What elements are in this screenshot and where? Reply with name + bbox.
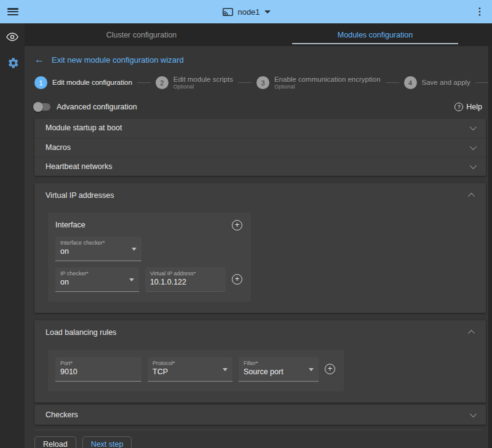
panel-virtual-ip-header[interactable]: Virtual IP addresses xyxy=(34,183,486,208)
monitor-eye-icon[interactable] xyxy=(6,31,18,43)
step-connector xyxy=(137,82,151,83)
step-connector xyxy=(475,82,489,83)
reload-button[interactable]: Reload xyxy=(34,436,76,448)
node-name: node1 xyxy=(237,7,260,17)
panel-checkers: Checkers xyxy=(34,405,486,425)
ip-checker-select[interactable]: IP checker* on xyxy=(55,267,139,292)
menu-icon[interactable] xyxy=(7,8,18,15)
app-window: node1 ⋮ Cluster configuration Modules co… xyxy=(0,0,492,448)
tab-modules-configuration[interactable]: Modules configuration xyxy=(258,23,492,46)
load-balancing-group: Port* Protocol* TCP Filter* xyxy=(48,350,344,391)
interface-checker-select[interactable]: Interface checker* on xyxy=(55,237,141,261)
protocol-select[interactable]: Protocol* TCP xyxy=(148,357,232,382)
step-connector xyxy=(386,82,399,83)
wizard-content: ← Exit new module configuration wizard 1… xyxy=(25,46,492,448)
next-step-button[interactable]: Next step xyxy=(82,436,132,448)
port-input[interactable] xyxy=(60,367,137,376)
accordion-group: Module startup at boot Macros Heartbeat … xyxy=(34,119,486,176)
virtual-ip-address-input[interactable] xyxy=(150,278,221,286)
advanced-config-row: Advanced configuration ? Help xyxy=(25,96,492,119)
tab-cluster-configuration[interactable]: Cluster configuration xyxy=(25,23,258,46)
node-selector[interactable]: node1 xyxy=(18,7,475,17)
app-bar: node1 ⋮ xyxy=(0,0,492,23)
panel-module-startup[interactable]: Module startup at boot xyxy=(34,119,486,138)
interface-group-title: Interface xyxy=(55,221,232,229)
virtual-ip-address-field[interactable]: Virtual IP address* xyxy=(145,267,226,292)
exit-wizard-label: Exit new module configuration wizard xyxy=(52,55,184,65)
chevron-down-icon xyxy=(264,10,271,14)
tab-indicator xyxy=(292,43,458,44)
port-field[interactable]: Port* xyxy=(55,357,141,382)
cast-icon xyxy=(223,8,233,16)
panel-load-balancing-header[interactable]: Load balancing rules xyxy=(34,320,486,345)
panel-checkers-header[interactable]: Checkers xyxy=(34,405,486,425)
left-rail xyxy=(0,23,25,448)
add-virtual-ip-button[interactable]: + xyxy=(232,274,242,285)
panel-virtual-ip-addresses: Virtual IP addresses Interface + xyxy=(34,183,486,313)
chevron-down-icon xyxy=(470,162,477,168)
panel-load-balancing-rules: Load balancing rules Port* xyxy=(34,320,486,403)
step-1[interactable]: 1 Edit module configuration xyxy=(34,76,132,89)
chevron-down-icon xyxy=(470,410,477,417)
advanced-config-toggle[interactable] xyxy=(34,103,50,111)
kebab-menu-icon[interactable]: ⋮ xyxy=(475,7,485,17)
panel-heartbeat-networks[interactable]: Heartbeat networks xyxy=(34,157,486,176)
help-icon: ? xyxy=(454,103,463,111)
settings-gear-icon[interactable] xyxy=(6,57,18,69)
exit-wizard-link[interactable]: ← Exit new module configuration wizard xyxy=(25,46,492,71)
footer-actions: Reload Next step xyxy=(25,430,492,448)
filter-select[interactable]: Filter* Source port xyxy=(239,357,319,382)
step-4[interactable]: 4 Save and apply xyxy=(404,76,470,89)
wizard-stepper: 1 Edit module configuration 2 Edit modul… xyxy=(25,71,492,96)
step-3[interactable]: 3 Enable communication encryption Option… xyxy=(256,76,381,90)
chevron-down-icon xyxy=(470,143,477,149)
add-interface-button[interactable]: + xyxy=(232,220,242,230)
help-button[interactable]: ? Help xyxy=(454,103,482,111)
panel-macros[interactable]: Macros xyxy=(34,138,486,157)
step-2[interactable]: 2 Edit module scripts Optional xyxy=(156,76,233,90)
interface-group: Interface + Interface checker* on xyxy=(48,213,251,302)
scrollbar[interactable] xyxy=(488,46,492,448)
chevron-down-icon xyxy=(470,124,477,130)
back-arrow-icon: ← xyxy=(34,55,44,65)
step-connector xyxy=(238,82,252,83)
tab-bar: Cluster configuration Modules configurat… xyxy=(25,23,492,46)
add-rule-button[interactable]: + xyxy=(325,364,335,374)
advanced-config-label: Advanced configuration xyxy=(57,103,137,111)
